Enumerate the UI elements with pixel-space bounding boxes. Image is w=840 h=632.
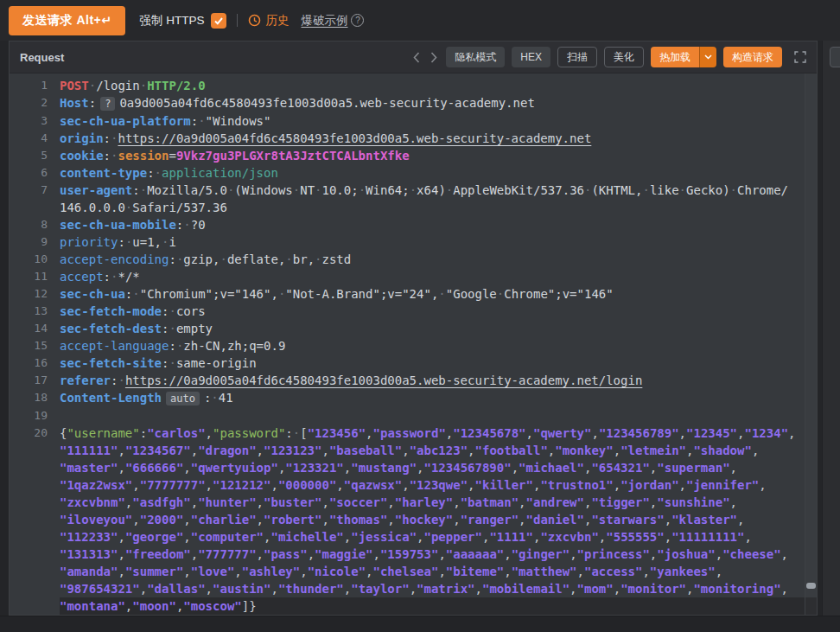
force-https-checkbox[interactable] [211, 13, 226, 29]
send-request-button[interactable]: 发送请求 Alt+↵ [9, 6, 125, 35]
beautify-button[interactable]: 美化 [604, 47, 644, 67]
token-punct: [ [300, 426, 307, 440]
editor-line[interactable]: 1POST·/login·HTTP/2.0 [10, 77, 817, 94]
request-editor[interactable]: 1POST·/login·HTTP/2.02Host:?0a9d005a04fd… [10, 73, 817, 615]
editor-line[interactable]: 13sec-fetch-mode:·cors [10, 303, 817, 320]
token-punct: , [308, 547, 315, 561]
token-text: (KHTML, [591, 183, 642, 197]
token-text: : [104, 270, 111, 284]
token-hname: user-agent [60, 183, 132, 197]
editor-line[interactable]: 10accept-encoding:·gzip,·deflate,·br,·zs… [10, 251, 817, 268]
editor-line[interactable]: 15accept-language:·zh-CN,zh;q=0.9 [10, 337, 817, 354]
line-number: 5 [10, 147, 60, 164]
token-jstr: "11111111" [671, 530, 744, 544]
scan-button[interactable]: 扫描 [557, 47, 597, 67]
token-hname2: accept-encoding [60, 252, 169, 266]
editor-line[interactable]: 16sec-fetch-site:·same-origin [10, 354, 817, 372]
token-punct: ]} [242, 599, 257, 613]
token-punct: , [591, 426, 598, 440]
token-punct: , [744, 530, 751, 544]
token-jstr: "monitor" [620, 582, 686, 596]
editor-line[interactable]: 14sec-fetch-dest:·empty [10, 320, 817, 337]
token-punct: , [512, 461, 519, 475]
hot-reload-button[interactable]: 热加载 [651, 47, 699, 67]
line-content: sec-ch-ua-platform:·"Windows" [60, 112, 817, 130]
token-hname: sec-fetch-dest [60, 322, 162, 335]
history-button[interactable]: 历史 [248, 13, 289, 29]
token-dot: · [293, 426, 300, 440]
construct-request-button[interactable]: 构造请求 [723, 47, 782, 67]
token-jstr: "harley" [395, 495, 453, 509]
response-panel-partial-button[interactable] [830, 47, 840, 67]
editor-line[interactable]: 9priority:·u=1,·i [10, 233, 817, 251]
editor-line[interactable]: 18Content-Lengthauto:·41 [10, 389, 817, 407]
editor-line[interactable]: 2Host:?0a9d005a04fd6c4580493fe1003d00a5.… [10, 94, 817, 112]
token-dot: · [315, 183, 321, 197]
token-jstr: "tigger" [591, 495, 649, 509]
token-pink: 9Vkz7gu3PLGXr8tA3JztCTCALbntXfke [176, 149, 410, 163]
line-number: 13 [10, 303, 60, 320]
token-text: "Chromium";v="146", [140, 287, 278, 301]
help-icon[interactable]: ? [351, 14, 364, 27]
token-jstr: "131313" [60, 547, 118, 561]
token-hname: content-type [60, 166, 147, 180]
blast-example-link[interactable]: 爆破示例 [301, 13, 347, 29]
token-jstr: "12345" [686, 426, 737, 440]
token-jstr: "summer" [125, 565, 183, 578]
token-jstr: "maggie" [315, 547, 372, 561]
token-punct: , [548, 444, 555, 457]
token-jstr: "777777" [198, 547, 256, 561]
token-punct: , [417, 461, 423, 475]
fullscreen-icon[interactable] [794, 51, 806, 63]
history-back-button[interactable] [411, 50, 422, 65]
line-content: sec-fetch-mode:·cors [60, 303, 817, 320]
token-dot: · [285, 252, 292, 266]
editor-line[interactable]: 19 [10, 407, 817, 425]
line-number: 2 [10, 94, 60, 112]
token-jstr: "andrew" [526, 495, 584, 509]
editor-line[interactable]: 20{"username":"carlos","password":·["123… [10, 425, 817, 615]
token-text: zh-CN,zh;q=0.9 [183, 339, 285, 353]
token-text: : [191, 114, 198, 128]
token-jstr: "123123" [264, 444, 321, 457]
token-dot: · [89, 79, 96, 93]
token-text: same-origin [176, 356, 257, 370]
editor-line[interactable]: 3sec-ch-ua-platform:·"Windows" [10, 112, 817, 130]
token-method: POST [60, 79, 89, 93]
token-hname2: accept-language [60, 339, 169, 353]
token-punct: , [387, 513, 394, 527]
token-jstr: "1234567" [125, 444, 191, 457]
editor-line[interactable]: 7user-agent:·Mozilla/5.0·(Windows·NT·10.… [10, 182, 817, 216]
editor-line[interactable]: 8sec-ch-ua-mobile:·?0 [10, 216, 817, 233]
token-jstr: "chelsea" [373, 565, 439, 578]
token-dot: · [642, 183, 649, 197]
editor-line[interactable]: 17referer:·https://0a9d005a04fd6c4580493… [10, 372, 817, 389]
force-https-group: 强制 HTTPS [139, 13, 226, 29]
line-content: accept-language:·zh-CN,zh;q=0.9 [60, 337, 817, 354]
token-text: deflate, [227, 252, 285, 266]
token-jstr: "555555" [606, 530, 664, 544]
hot-reload-dropdown-button[interactable] [699, 47, 716, 67]
history-forward-button[interactable] [429, 50, 439, 65]
line-number: 11 [10, 268, 60, 285]
editor-line[interactable]: 5cookie:·session=9Vkz7gu3PLGXr8tA3JztCTC… [10, 147, 817, 164]
hex-button[interactable]: HEX [512, 47, 550, 67]
token-text: : [169, 339, 175, 353]
chevron-right-icon [430, 52, 437, 63]
editor-line[interactable]: 11accept:·*/* [10, 268, 817, 285]
token-jstr: "biteme" [446, 565, 504, 578]
editor-line[interactable]: 4origin:·https://0a9d005a04fd6c4580493fe… [10, 130, 817, 147]
line-content: {"username":"carlos","password":·["12345… [60, 425, 817, 615]
token-text: 146.0.0.0 [60, 201, 125, 214]
token-jstr: "jennifer" [686, 478, 759, 492]
token-jstr: "zxcvbn" [540, 530, 598, 544]
privacy-mode-button[interactable]: 隐私模式 [446, 47, 505, 67]
token-jstr: "thomas" [329, 513, 387, 527]
editor-line[interactable]: 6content-type:·application/json [10, 164, 817, 182]
line-number: 4 [10, 130, 60, 147]
token-jkey: "password" [213, 426, 285, 440]
line-content: sec-fetch-site:·same-origin [60, 354, 817, 372]
token-text: Gecko) [686, 183, 730, 197]
line-content: user-agent:·Mozilla/5.0·(Windows·NT·10.0… [60, 182, 817, 216]
editor-line[interactable]: 12sec-ch-ua:·"Chromium";v="146",·"Not-A.… [10, 285, 817, 303]
